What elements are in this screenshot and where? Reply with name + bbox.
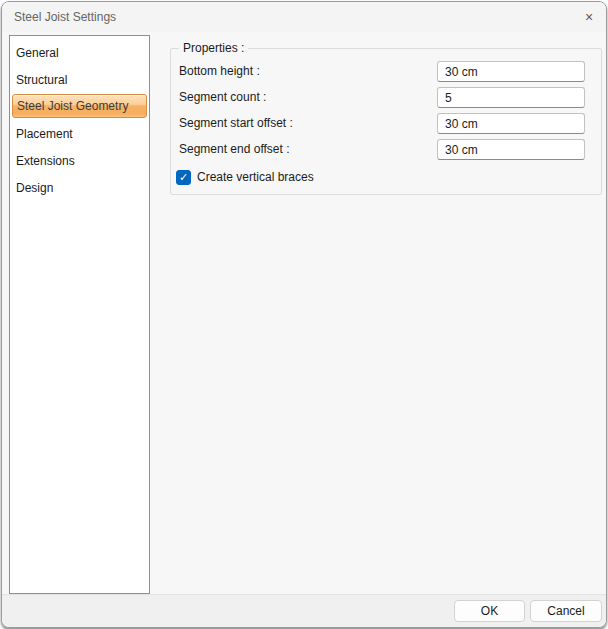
sidebar-item-placement[interactable]: Placement	[10, 120, 149, 147]
segment-start-offset-input[interactable]	[437, 113, 585, 134]
sidebar-item-extensions[interactable]: Extensions	[10, 147, 149, 174]
sidebar-item-label: Placement	[16, 127, 73, 141]
ok-button[interactable]: OK	[454, 600, 525, 622]
property-row: Bottom height :	[171, 61, 601, 82]
bottom-height-label: Bottom height :	[179, 61, 260, 82]
sidebar-item-label: General	[16, 46, 59, 60]
segment-end-offset-label: Segment end offset :	[179, 139, 290, 160]
create-vertical-braces-label: Create vertical braces	[197, 170, 314, 185]
create-vertical-braces-checkbox[interactable]: ✓ Create vertical braces	[176, 169, 314, 185]
sidebar-item-label: Extensions	[16, 154, 75, 168]
steel-joist-settings-dialog: Steel Joist Settings × General Structura…	[1, 1, 607, 628]
window-title: Steel Joist Settings	[14, 10, 576, 24]
sidebar-item-steel-joist-geometry[interactable]: Steel Joist Geometry	[12, 94, 147, 118]
properties-group: Properties : Bottom height : Segment cou…	[170, 48, 602, 195]
checkbox-checked-icon[interactable]: ✓	[176, 170, 191, 185]
segment-end-offset-input[interactable]	[437, 139, 585, 160]
sidebar-item-design[interactable]: Design	[10, 174, 149, 201]
sidebar-item-label: Structural	[16, 73, 67, 87]
sidebar-item-label: Steel Joist Geometry	[17, 99, 128, 113]
segment-count-input[interactable]	[437, 87, 585, 108]
footer-bar: OK Cancel	[2, 594, 606, 627]
category-list: General Structural Steel Joist Geometry …	[9, 35, 150, 594]
segment-start-offset-label: Segment start offset :	[179, 113, 293, 134]
segment-count-label: Segment count :	[179, 87, 266, 108]
cancel-button[interactable]: Cancel	[530, 600, 602, 622]
sidebar-item-label: Design	[16, 181, 53, 195]
property-row: Segment count :	[171, 87, 601, 108]
bottom-height-input[interactable]	[437, 61, 585, 82]
properties-group-label: Properties :	[179, 41, 248, 55]
close-icon[interactable]: ×	[576, 5, 602, 29]
property-row: Segment start offset :	[171, 113, 601, 134]
property-row: Segment end offset :	[171, 139, 601, 160]
titlebar: Steel Joist Settings ×	[2, 2, 606, 32]
sidebar-item-structural[interactable]: Structural	[10, 66, 149, 93]
sidebar-item-general[interactable]: General	[10, 39, 149, 66]
